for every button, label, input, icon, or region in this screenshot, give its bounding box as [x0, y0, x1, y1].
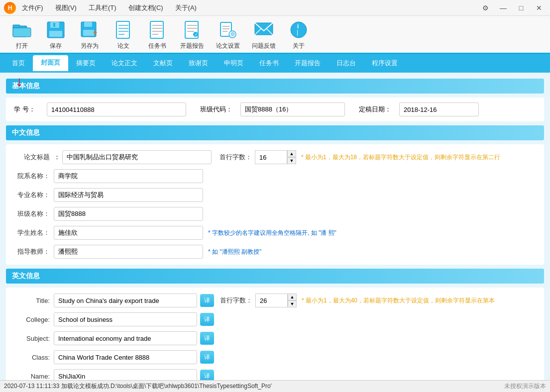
cn-student-input[interactable] [54, 226, 203, 240]
tab-log[interactable]: 日志台 [329, 56, 364, 71]
svg-rect-1 [13, 28, 31, 37]
tab-declaration[interactable]: 申明页 [216, 56, 251, 71]
tab-task[interactable]: 任务书 [251, 56, 287, 71]
en-subject-translate-btn[interactable]: 译 [200, 332, 214, 345]
en-class-input[interactable] [54, 350, 197, 364]
cn-dept-input[interactable] [54, 169, 203, 183]
en-class-label: Class: [14, 354, 54, 361]
cn-major-row: 专业名称： [14, 188, 536, 202]
en-title-hint: * 最小为1，最大为40，若标题字符数大于设定值，则剩余字符显示在第本 [302, 296, 495, 305]
en-college-input[interactable] [54, 312, 197, 326]
toolbar-settings-label: 论文设置 [216, 42, 240, 50]
task-icon [146, 19, 168, 41]
minimize-button[interactable]: — [496, 2, 510, 13]
toolbar-open-label: 打开 [16, 42, 28, 50]
toolbar-about[interactable]: i | 关于 [283, 17, 315, 52]
en-title-row: Title: 译 首行字数： ▲ ▼ * 最小为1，最大为40，若标题字符数大于… [14, 294, 536, 307]
menu-file[interactable]: 文件(F) [20, 2, 45, 13]
cn-advisor-hint: * 如 "潘熙熙 副教授" [208, 248, 261, 256]
cn-class-input[interactable] [54, 207, 203, 221]
toolbar-task-label: 任务书 [148, 42, 166, 50]
en-name-translate-btn[interactable]: 译 [200, 370, 214, 380]
tab-cover[interactable]: 封面页 [33, 55, 68, 71]
class-code-input[interactable] [240, 102, 345, 116]
menu-bar: 文件(F) 视图(V) 工具栏(T) 创建文档(C) 关于(A) [20, 2, 199, 13]
arrow-indicator: ↓ [16, 74, 23, 90]
en-title-label: Title: [14, 297, 54, 304]
en-subject-input[interactable] [54, 331, 197, 345]
toolbar-paper-label: 论文 [117, 42, 129, 50]
cn-title-row: 论文标题 ： 首行字数： ▲ ▼ * 最小为1，最大为18，若标题字符数大于设定… [14, 150, 536, 164]
svg-text:|: | [297, 29, 298, 36]
date-input[interactable] [399, 102, 479, 116]
en-college-translate-btn[interactable]: 译 [200, 313, 214, 326]
cn-student-hint: * 字数较少的名字建议用全角空格隔开, 如 "潘 熙" [208, 229, 336, 237]
tab-home[interactable]: 首页 [4, 56, 33, 71]
en-title-input[interactable] [54, 294, 197, 307]
cn-firstline-input[interactable] [255, 150, 287, 164]
svg-rect-9 [83, 30, 94, 36]
tab-body[interactable]: 论文正文 [104, 56, 145, 71]
menu-view[interactable]: 视图(V) [53, 2, 79, 13]
maximize-button[interactable]: □ [514, 2, 528, 13]
proposal-icon: ✓ [181, 19, 203, 41]
toolbar-feedback[interactable]: 问题反馈 [247, 17, 281, 52]
en-name-input[interactable] [54, 369, 197, 380]
english-info-form: Title: 译 首行字数： ▲ ▼ * 最小为1，最大为40，若标题字符数大于… [6, 288, 544, 380]
en-firstline-up[interactable]: ▲ [288, 294, 297, 300]
tab-references[interactable]: 文献页 [145, 56, 181, 71]
toolbar-saveas[interactable]: + 另存为 [74, 17, 106, 52]
main-content: 基本信息 学 号： 班级代码： 定稿日期： 中文信息 论文标题 ： 首行字数： … [0, 73, 550, 380]
toolbar-proposal[interactable]: ✓ 开题报告 [175, 17, 209, 52]
en-class-translate-btn[interactable]: 译 [200, 351, 214, 364]
svg-text:+: + [93, 28, 97, 36]
svg-text:⚙: ⚙ [230, 31, 235, 37]
en-firstline-down[interactable]: ▼ [288, 300, 297, 307]
menu-about[interactable]: 关于(A) [173, 2, 199, 13]
nav-tabs: 首页 封面页 摘要页 论文正文 文献页 致谢页 申明页 任务书 开题报告 日志台… [0, 54, 550, 73]
en-firstline-input[interactable] [255, 294, 288, 307]
firstline-down[interactable]: ▼ [287, 157, 296, 164]
firstline-up[interactable]: ▲ [287, 150, 296, 157]
cn-title-hint: * 最小为1，最大为18，若标题字符数大于设定值，则剩余字符显示在第二行 [301, 153, 500, 162]
save-icon [45, 19, 67, 41]
cn-advisor-input[interactable] [54, 245, 203, 259]
svg-text:✓: ✓ [195, 32, 198, 37]
cn-major-input[interactable] [54, 188, 203, 202]
status-message: 2020-07-13 11:11:33 加载论文模板成功.D:\tools\桌面… [4, 382, 272, 391]
window-controls: ⚙ — □ ✕ [478, 2, 546, 13]
tab-abstract[interactable]: 摘要页 [68, 56, 104, 71]
en-subject-row: Subject: 译 [14, 331, 536, 345]
chinese-info-form: 论文标题 ： 首行字数： ▲ ▼ * 最小为1，最大为18，若标题字符数大于设定… [6, 144, 544, 265]
student-id-label: 学 号： [14, 105, 39, 114]
cn-advisor-row: 指导教师： * 如 "潘熙熙 副教授" [14, 245, 536, 259]
toolbar-task[interactable]: 任务书 [141, 17, 173, 52]
cn-dept-label: 院系名称： [14, 172, 54, 181]
cn-firstline-label: 首行字数： [220, 153, 252, 162]
date-label: 定稿日期： [359, 105, 391, 114]
en-college-row: College: 译 [14, 312, 536, 326]
toolbar-settings[interactable]: ⚙ 论文设置 [211, 17, 245, 52]
toolbar-open[interactable]: 打开 [6, 17, 38, 52]
toolbar-proposal-label: 开题报告 [180, 42, 204, 50]
toolbar-save[interactable]: 保存 [40, 17, 72, 52]
tab-proposal[interactable]: 开题报告 [287, 56, 329, 71]
tab-thanks[interactable]: 致谢页 [181, 56, 216, 71]
toolbar-save-label: 保存 [50, 42, 62, 50]
cn-title-input[interactable] [62, 150, 212, 164]
toolbar: 打开 保存 + 另存为 [0, 16, 550, 54]
tab-program-settings[interactable]: 程序设置 [364, 56, 406, 71]
cn-dept-row: 院系名称： [14, 169, 536, 183]
svg-rect-2 [13, 25, 20, 28]
menu-create[interactable]: 创建文档(C) [126, 2, 165, 13]
student-id-input[interactable] [47, 102, 186, 116]
en-name-label: Name: [14, 373, 54, 380]
toolbar-paper[interactable]: 论文 [108, 17, 139, 52]
menu-toolbar[interactable]: 工具栏(T) [87, 2, 118, 13]
en-title-translate-btn[interactable]: 译 [200, 294, 214, 307]
close-button[interactable]: ✕ [532, 2, 546, 13]
en-firstline-spinbox: ▲ ▼ [255, 294, 297, 307]
toolbar-saveas-label: 另存为 [81, 42, 99, 50]
svg-rect-8 [84, 22, 92, 27]
settings-icon[interactable]: ⚙ [478, 2, 492, 13]
